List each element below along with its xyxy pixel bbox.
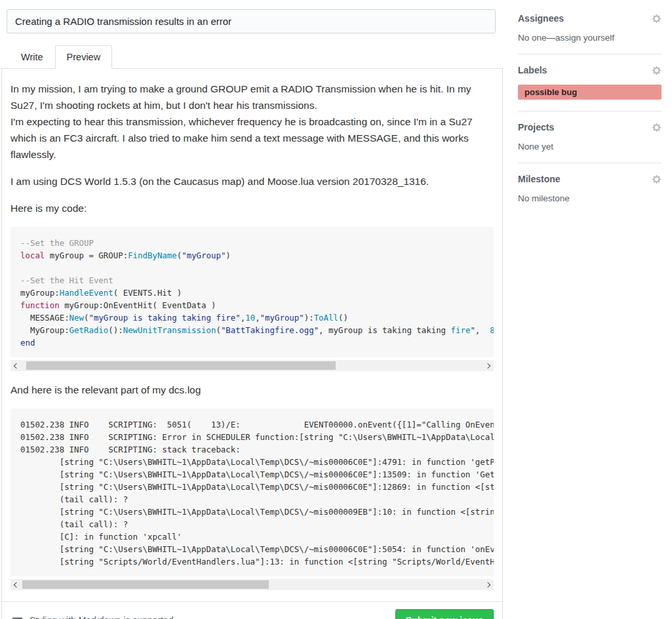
code-line: MyGroup:GetRadio():NewUnitTransmission("… xyxy=(20,324,484,336)
log-line: [string "C:\Users\BWHITL~1\AppData\Local… xyxy=(20,481,484,493)
paragraph-versions: I am using DCS World 1.5.3 (on the Cauca… xyxy=(10,173,494,190)
sidebar-section-labels: Labels possible bug xyxy=(518,65,662,111)
preview-panel: In my mission, I am trying to make a gro… xyxy=(1,69,503,619)
dcs-log-block: 01502.238 INFO SCRIPTING: 5051( 13)/E: E… xyxy=(10,409,494,576)
tab-preview[interactable]: Preview xyxy=(55,45,113,69)
projects-title: Projects xyxy=(518,122,554,132)
log-line: [string "Scripts/World/EventHandlers.lua… xyxy=(20,555,484,568)
log-line: 01502.238 INFO SCRIPTING: stack tracebac… xyxy=(20,443,484,456)
chevron-right-icon[interactable] xyxy=(483,360,494,371)
gear-icon[interactable] xyxy=(652,14,662,24)
assignees-value[interactable]: No one—assign yourself xyxy=(518,33,662,43)
log-line: (tail call): ? xyxy=(20,518,484,530)
code-line: function myGroup:OnEventHit( EventData ) xyxy=(20,299,484,311)
issue-form: WritePreview In my mission, I am trying … xyxy=(1,0,503,619)
log-line: [C]: in function 'xpcall' xyxy=(20,530,484,543)
write-preview-tabnav: WritePreview xyxy=(1,45,503,69)
paragraph-intro: In my mission, I am trying to make a gro… xyxy=(10,81,494,163)
issue-title-input[interactable] xyxy=(7,9,496,33)
log-line: 01502.238 INFO SCRIPTING: Error in SCHED… xyxy=(20,431,484,443)
paragraph-log-intro: And here is the relevant part of my dcs.… xyxy=(10,382,494,398)
issue-sidebar: Assignees No one—assign yourself Labels … xyxy=(518,13,662,225)
labels-title: Labels xyxy=(518,65,547,75)
gear-icon[interactable] xyxy=(652,174,662,184)
code-line: end xyxy=(20,336,484,349)
submit-new-issue-button[interactable]: Submit new issue xyxy=(395,609,494,619)
lua-code-block: --Set the GROUPlocal myGroup = GROUP:Fin… xyxy=(10,227,494,357)
code-content: --Set the GROUPlocal myGroup = GROUP:Fin… xyxy=(20,237,484,349)
log-horizontal-scrollbar[interactable] xyxy=(10,579,494,590)
preview-markdown-body: In my mission, I am trying to make a gro… xyxy=(2,69,502,590)
form-footer: Styling with Markdown is supported Submi… xyxy=(2,601,502,619)
chevron-right-icon[interactable] xyxy=(483,579,494,590)
chevron-left-icon[interactable] xyxy=(10,579,21,590)
log-line: 01502.238 INFO SCRIPTING: 5051( 13)/E: E… xyxy=(20,418,484,431)
label-possible-bug[interactable]: possible bug xyxy=(518,85,662,100)
markdown-support-note: Styling with Markdown is supported xyxy=(10,615,173,619)
log-line: [string "C:\Users\BWHITL~1\AppData\Local… xyxy=(20,543,484,555)
log-line: [string "C:\Users\BWHITL~1\AppData\Local… xyxy=(20,468,484,481)
gear-icon[interactable] xyxy=(652,123,662,132)
code-line: local myGroup = GROUP:FindByName("myGrou… xyxy=(20,249,484,262)
code-line: MESSAGE:New("myGroup is taking taking fi… xyxy=(20,311,484,324)
paragraph-code-intro: Here is my code: xyxy=(10,200,494,216)
sidebar-section-assignees: Assignees No one—assign yourself xyxy=(518,13,662,54)
projects-value: None yet xyxy=(518,142,662,151)
log-line: [string "C:\Users\BWHITL~1\AppData\Local… xyxy=(20,506,484,518)
log-content: 01502.238 INFO SCRIPTING: 5051( 13)/E: E… xyxy=(20,418,484,568)
chevron-left-icon[interactable] xyxy=(10,360,21,371)
tab-write[interactable]: Write xyxy=(9,45,55,69)
milestone-value: No milestone xyxy=(518,193,662,203)
code-horizontal-scrollbar[interactable] xyxy=(10,360,494,371)
code-line xyxy=(20,262,484,274)
code-line: myGroup:HandleEvent( EVENTS.Hit ) xyxy=(20,287,484,299)
sidebar-section-projects: Projects None yet xyxy=(518,122,662,163)
scrollbar-thumb[interactable] xyxy=(22,580,269,589)
scrollbar-thumb[interactable] xyxy=(26,361,336,370)
log-line: (tail call): ? xyxy=(20,493,484,506)
code-line: --Set the GROUP xyxy=(20,237,484,249)
code-line: --Set the Hit Event xyxy=(20,274,484,287)
log-line: [string "C:\Users\BWHITL~1\AppData\Local… xyxy=(20,456,484,468)
milestone-title: Milestone xyxy=(518,174,561,184)
gear-icon[interactable] xyxy=(652,66,662,75)
sidebar-section-milestone: Milestone No milestone xyxy=(518,174,662,214)
markdown-icon xyxy=(10,616,24,619)
assignees-title: Assignees xyxy=(518,13,564,24)
